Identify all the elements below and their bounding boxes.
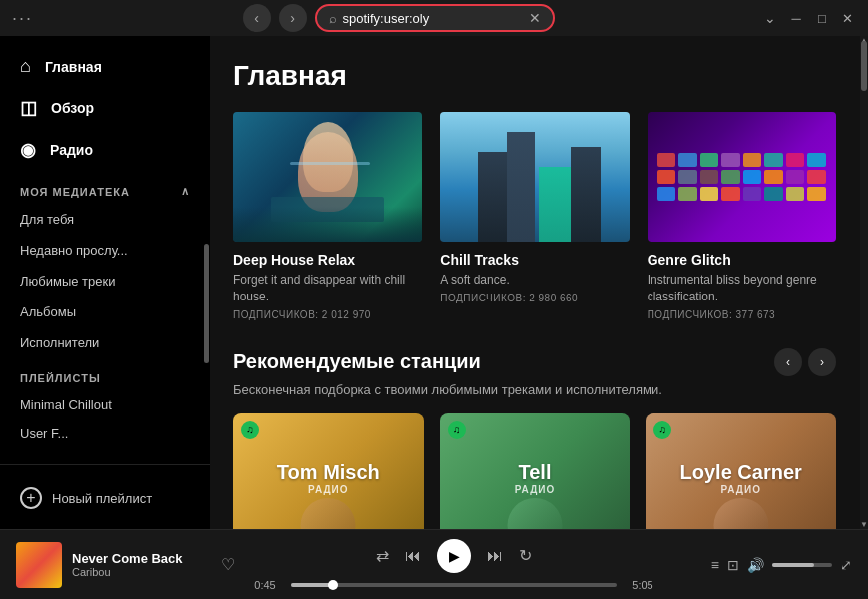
recommended-section-header: Рекомендуемые станции ‹ › <box>233 348 836 376</box>
volume-bar[interactable] <box>772 563 832 567</box>
repeat-button[interactable]: ↻ <box>519 546 532 565</box>
sidebar-nav-browse[interactable]: ◫ Обзор <box>0 87 210 129</box>
sidebar-nav-radio[interactable]: ◉ Радио <box>0 129 210 171</box>
close-button[interactable]: ✕ <box>840 11 856 26</box>
titlebar: ··· ‹ › ⌕ ✕ ⌄ ─ □ ✕ <box>0 0 868 36</box>
glitch-key <box>700 170 719 184</box>
dropdown-button[interactable]: ⌄ <box>764 10 776 26</box>
queue-button[interactable]: ≡ <box>711 557 719 573</box>
main-content: Главная Deep House Relax Forget it and d… <box>210 36 860 529</box>
library-section-title: МОЯ МЕДИАТЕКА ∧ <box>0 171 210 204</box>
glitch-key <box>764 153 783 167</box>
main-layout: ⌂ Главная ◫ Обзор ◉ Радио МОЯ МЕДИАТЕКА … <box>0 36 868 529</box>
glitch-keys <box>648 143 836 211</box>
window-controls: ─ □ ✕ <box>788 11 856 26</box>
maximize-button[interactable]: □ <box>814 11 830 26</box>
card-genre-glitch[interactable]: Genre Glitch Instrumental bliss beyond g… <box>648 112 836 320</box>
glitch-key <box>700 153 719 167</box>
glitch-key <box>786 170 805 184</box>
card-subs-deep-house: ПОДПИСЧИКОВ: 2 012 970 <box>233 309 422 320</box>
volume-icon[interactable]: 🔊 <box>747 557 764 573</box>
glitch-key <box>678 153 697 167</box>
scroll-down-icon[interactable]: ▼ <box>860 520 868 529</box>
station-name-tom: Tom Misch <box>277 460 380 484</box>
track-name: Never Come Back <box>72 551 212 566</box>
station-name-loyle: Loyle Carner <box>680 460 802 484</box>
progress-row: 0:45 5:05 <box>247 579 660 591</box>
station-card-tell[interactable]: ♫ Tell РАДИО <box>440 413 631 529</box>
sidebar-divider <box>0 464 210 465</box>
station-card-inner-tell: ♫ Tell РАДИО <box>440 413 631 529</box>
track-thumbnail <box>16 542 62 588</box>
next-button[interactable]: ⏭ <box>487 547 503 565</box>
sidebar-item-liked[interactable]: Любимые треки <box>0 266 210 297</box>
heart-button[interactable]: ♡ <box>221 555 235 574</box>
featured-cards-row: Deep House Relax Forget it and disappear… <box>233 112 836 320</box>
right-scrollbar[interactable]: ▲ ▼ <box>860 36 868 529</box>
glitch-key <box>721 187 740 201</box>
sidebar-item-recent[interactable]: Недавно прослу... <box>0 235 210 266</box>
glitch-key <box>721 170 740 184</box>
glitch-key <box>678 170 697 184</box>
card-img-chill-tracks <box>440 112 629 242</box>
fullscreen-button[interactable]: ⤢ <box>840 557 852 573</box>
sidebar-item-for-you[interactable]: Для тебя <box>0 204 210 235</box>
play-button[interactable]: ▶ <box>437 539 471 573</box>
home-icon: ⌂ <box>20 56 31 77</box>
search-input[interactable] <box>343 11 523 26</box>
new-playlist-label: Новый плейлист <box>52 491 152 506</box>
titlebar-right: ⌄ ─ □ ✕ <box>764 10 856 26</box>
back-button[interactable]: ‹ <box>243 4 271 32</box>
sidebar-nav-home[interactable]: ⌂ Главная <box>0 46 210 87</box>
sidebar-item-albums[interactable]: Альбомы <box>0 297 210 327</box>
nav-prev-button[interactable]: ‹ <box>774 348 802 376</box>
sidebar-playlist-minimal-chillout[interactable]: Minimal Chillout <box>0 390 210 419</box>
card-chill-tracks[interactable]: Chill Tracks A soft dance. ПОДПИСЧИКОВ: … <box>440 112 629 320</box>
track-info: Never Come Back Caribou <box>72 551 212 578</box>
recommended-subtitle: Бесконечная подборка с твоими любимыми т… <box>233 382 836 397</box>
close-search-icon[interactable]: ✕ <box>529 10 541 26</box>
glitch-key <box>678 187 697 201</box>
station-type-tom: РАДИО <box>308 484 348 495</box>
shuffle-button[interactable]: ⇄ <box>376 546 389 565</box>
card-img-genre-glitch <box>648 112 836 242</box>
station-name-tell: Tell <box>519 460 552 484</box>
progress-fill <box>291 583 333 587</box>
card-desc-genre-glitch: Instrumental bliss beyond genre classifi… <box>648 272 836 305</box>
station-card-tom-misch[interactable]: ♫ Tom Misch РАДИО <box>233 413 424 529</box>
sidebar-playlist-user-f[interactable]: User F... <box>0 419 210 448</box>
glitch-key <box>807 187 826 201</box>
playbar-controls: ⇄ ⏮ ▶ ⏭ ↻ 0:45 5:05 <box>247 539 660 591</box>
new-playlist-button[interactable]: + Новый плейлист <box>0 477 210 519</box>
card-desc-chill-tracks: A soft dance. <box>440 272 629 289</box>
nav-next-button[interactable]: › <box>808 348 836 376</box>
glitch-key <box>721 153 740 167</box>
library-collapse-icon[interactable]: ∧ <box>181 185 190 198</box>
volume-fill <box>772 563 814 567</box>
card-deep-house[interactable]: Deep House Relax Forget it and disappear… <box>233 112 422 320</box>
station-card-loyle-carner[interactable]: ♫ Loyle Carner РАДИО <box>646 413 836 529</box>
minimize-button[interactable]: ─ <box>788 11 804 26</box>
building-2 <box>507 132 535 242</box>
glitch-key <box>807 170 826 184</box>
prev-button[interactable]: ⏮ <box>405 547 421 565</box>
control-buttons: ⇄ ⏮ ▶ ⏭ ↻ <box>376 539 532 573</box>
card-title-chill-tracks: Chill Tracks <box>440 252 629 268</box>
devices-button[interactable]: ⊡ <box>727 557 739 573</box>
glitch-key <box>657 153 676 167</box>
sidebar-item-artists[interactable]: Исполнители <box>0 327 210 358</box>
playlists-section-title: ПЛЕЙЛИСТЫ <box>0 358 210 390</box>
search-bar[interactable]: ⌕ ✕ <box>315 4 555 32</box>
glitch-key <box>807 153 826 167</box>
playbar-right-controls: ≡ ⊡ 🔊 ⤢ <box>672 557 852 573</box>
sidebar-home-label: Главная <box>45 59 102 75</box>
sidebar-scroll-area: Для тебя Недавно прослу... Любимые треки… <box>0 204 210 456</box>
building-4 <box>571 147 601 242</box>
scroll-thumb[interactable] <box>861 41 867 91</box>
page-title: Главная <box>233 60 836 92</box>
forward-button[interactable]: › <box>279 4 307 32</box>
browse-icon: ◫ <box>20 97 37 119</box>
section-nav: ‹ › <box>774 348 836 376</box>
card-title-genre-glitch: Genre Glitch <box>648 252 836 268</box>
progress-bar[interactable] <box>291 583 617 587</box>
